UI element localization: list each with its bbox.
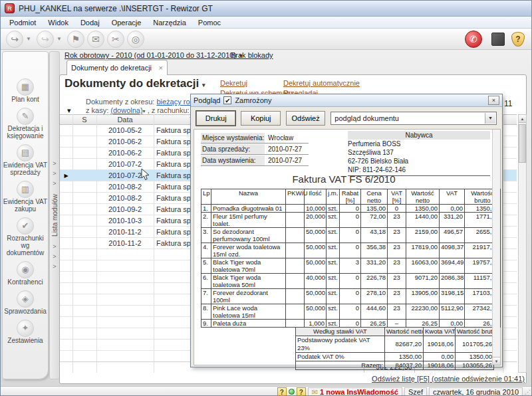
page-title-caret-icon[interactable]: ▾	[202, 82, 205, 88]
chevron-icon: >	[53, 179, 56, 189]
help-status-icon[interactable]: ?	[277, 387, 287, 396]
dekretuj-link[interactable]: Dekretuj	[220, 79, 247, 87]
help-status-icon[interactable]: ?	[297, 387, 306, 396]
date-cell: czwartek, 16 grudnia 2010	[429, 387, 523, 396]
sidebar-item-label: Kontrahenci	[7, 278, 43, 286]
detach-icon[interactable]: ✂	[107, 31, 124, 48]
menu-pomoc[interactable]: Pomoc	[192, 18, 227, 27]
forward-icon: ↪	[37, 31, 54, 48]
app-icon: R	[5, 3, 15, 13]
buyer-line: 62-726 Bielsko Biała	[348, 157, 490, 165]
sidebar-item-zestawienia[interactable]: ✦ Zestawienia	[3, 320, 48, 344]
mouse-cursor	[141, 168, 150, 182]
field-value: 2010-07-27	[265, 146, 302, 153]
back-icon[interactable]: ↪	[6, 31, 23, 48]
rewizor-gt-window: { "window": { "title": "PHU_KANKEL na se…	[0, 0, 532, 396]
menu-podmiot[interactable]: Podmiot	[3, 18, 42, 27]
module-sidebar: ▦ Plan kont ✎ Dekretacja i księgowanie ▤…	[2, 51, 49, 379]
menubar: Podmiot Widok Dodaj Operacje Narzędzia P…	[1, 17, 532, 29]
module-strip-label: Lista modułów	[51, 194, 59, 237]
refresh-list-link[interactable]: Odśwież listę [F5] (ostatnie odświeżenie…	[372, 375, 525, 383]
grid-side-text: 11	[504, 99, 512, 108]
kasa-caret-icon[interactable]: ▾	[143, 108, 146, 114]
col-data[interactable]: Data	[96, 116, 154, 124]
cube-icon[interactable]	[491, 33, 505, 46]
invoice-row: 4.Forever woda toaletowa 15ml ozd.50,000…	[201, 243, 501, 258]
plan-kont-icon: ▦	[17, 78, 34, 96]
view-select[interactable]: podgląd dokumentu ▼	[331, 112, 497, 125]
copy-button[interactable]: Kopiuj	[241, 111, 280, 126]
dekretuj-automatycznie-link[interactable]: Dekretuj automatycznie	[283, 79, 360, 87]
toolbar: ↪ ▼ ↪ ▼ ⚑ ✉ ✂ ◎ ✆ ?	[1, 29, 532, 50]
back-dropdown-icon[interactable]: ▼	[26, 36, 31, 42]
flag-icon[interactable]: ⚑	[67, 31, 84, 48]
attach-icon[interactable]: ✉	[87, 31, 104, 48]
invoice-row: 2.Fleur 15ml perfumy toalet.20,000szt.07…	[201, 213, 501, 228]
sidebar-item-kontrahenci[interactable]: ◉ Kontrahenci	[3, 261, 48, 286]
scroll-up-icon[interactable]: ▲	[519, 115, 526, 123]
scroll-thumb[interactable]	[519, 124, 526, 163]
col-s[interactable]: S	[72, 116, 96, 124]
sidebar-item-plan-kont[interactable]: ▦ Plan kont	[3, 78, 48, 103]
refresh-button[interactable]: Odśwież	[286, 111, 325, 126]
grid-line	[72, 114, 73, 373]
chevron-icon: >	[53, 242, 56, 252]
summary-row: Podstawowy podatek VAT 23%82687,20 19018…	[296, 336, 494, 353]
evat-sprzedazy-icon: ▤	[17, 144, 34, 161]
invoice-row: 7.Forever dezodorant 100ml50,000szt.0278…	[201, 289, 501, 304]
sidebar-item-rozrachunki[interactable]: ✔ Rozrachunki wg dokumentów	[3, 217, 48, 256]
grid-vscrollbar[interactable]: ▲	[518, 114, 527, 373]
chevron-icon: >	[53, 252, 56, 262]
tab-label: Dokumenty do dekretacji	[71, 64, 152, 72]
print-button[interactable]: Drukuj	[196, 111, 235, 126]
module-strip[interactable]: > > > Lista modułów > > >	[49, 51, 60, 379]
frozen-label: Zamrożony	[235, 96, 271, 104]
online-services-icon[interactable]: ✆	[465, 31, 482, 48]
menu-widok[interactable]: Widok	[42, 18, 74, 27]
sidebar-item-label: Zestawienia	[7, 337, 43, 344]
preview-dialog: Podgląd ✔ Zamrożony × Drukuj Kopiuj Odśw…	[190, 94, 503, 367]
buyer-header: Nabywca	[348, 131, 490, 140]
sidebar-item-evat-zakupu[interactable]: ▥ Ewidencja VAT zakupu	[3, 181, 48, 213]
help-shield-icon[interactable]: ?	[511, 32, 525, 47]
sidebar-item-evat-sprzedazy[interactable]: ▤ Ewidencja VAT sprzedaży	[3, 144, 48, 176]
menu-dodaj[interactable]: Dodaj	[74, 18, 106, 27]
preview-scroll-down-icon[interactable]: ▼	[493, 357, 500, 365]
filter-expand-icon[interactable]: ▾	[67, 106, 71, 114]
sidebar-item-sprawozdania[interactable]: ◈ Sprawozdania	[3, 290, 48, 315]
field-value: 2010-07-27	[265, 157, 302, 164]
forward-dropdown-icon: ▼	[57, 36, 62, 42]
view-select-value: podgląd dokumentu	[334, 114, 399, 122]
user-cell[interactable]: Szef	[404, 387, 427, 396]
preview-vscrollbar[interactable]: ▼	[492, 130, 500, 365]
stamp-icon[interactable]: ◎	[127, 31, 144, 48]
row-marker-icon: ▶	[60, 173, 72, 179]
sidebar-item-dekretacja[interactable]: ✎ Dekretacja i księgowanie	[3, 108, 48, 140]
dialog-titlebar[interactable]: Podgląd ✔ Zamrożony ×	[191, 94, 502, 107]
dekretacja-icon: ✎	[17, 108, 34, 125]
sidebar-item-label: Ewidencja VAT sprzedaży	[3, 161, 48, 176]
summary-total-row: Razem:84037,20 19018,06103055,26	[296, 361, 494, 370]
sidebar-item-label: Sprawozdania	[4, 308, 46, 315]
resize-grip-icon[interactable]: ⋰	[525, 389, 531, 395]
sidebar-item-label: Dekretacja i księgowanie	[3, 125, 48, 140]
sidebar-item-label: Rozrachunki wg dokumentów	[3, 235, 48, 256]
inswiadomosc-cell[interactable]: ✉ 1 nowa InsWiadomość	[308, 387, 402, 396]
kasa-filter-value[interactable]: (dowolna)	[110, 106, 142, 114]
dialog-close-icon[interactable]: ×	[488, 96, 499, 105]
dialog-title: Podgląd	[194, 96, 220, 104]
message-text[interactable]: 1 nowa InsWiadomość	[320, 388, 398, 396]
invoice-row: 5.Black Tiger woda toaletowa 70ml50,000s…	[201, 258, 501, 274]
fiscal-year-selector[interactable]: Rok obrotowy - 2010 (od 01-01-2010 do 31…	[65, 51, 236, 59]
combo-arrow-icon[interactable]: ▼	[485, 113, 495, 124]
tab-dokumenty-do-dekretacji[interactable]: Dokumenty do dekretacji ×	[66, 60, 168, 75]
lock-status-link[interactable]: Brak blokady	[231, 51, 273, 59]
tab-close-icon[interactable]: ×	[159, 64, 163, 72]
menu-narzedzia[interactable]: Narzędzia	[147, 18, 192, 27]
field-label: Miejsce wystawienia:	[201, 133, 265, 143]
invoice-header-row: LpNazwa PKWiUIlość j.m.Rabat [%] Cena ne…	[201, 189, 501, 205]
menu-operacje[interactable]: Operacje	[106, 18, 148, 27]
connection-status-icon	[289, 389, 295, 395]
envelope-icon: ✉	[312, 388, 318, 396]
frozen-checkbox[interactable]: ✔	[223, 96, 231, 104]
